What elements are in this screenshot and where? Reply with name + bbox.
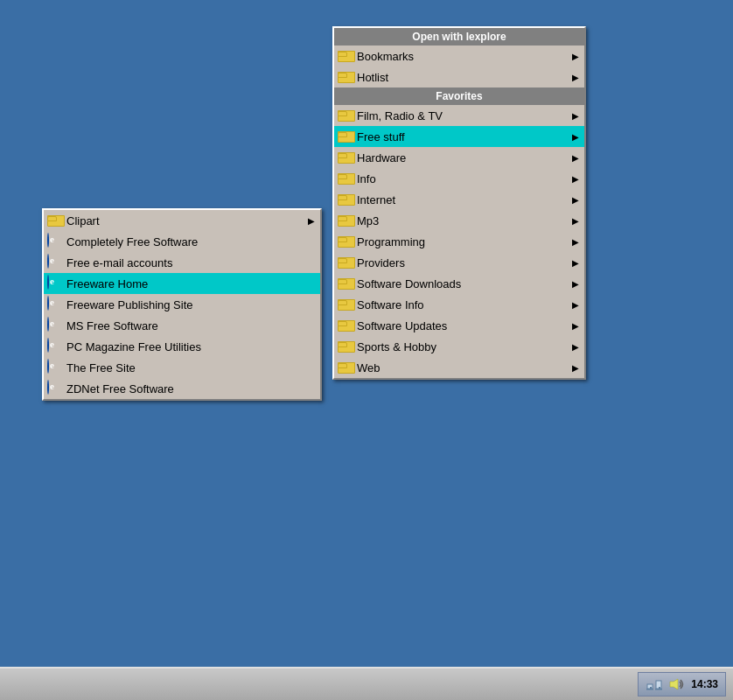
menu-item-label: Clipart	[66, 214, 308, 228]
menu-item-label: Film, Radio & TV	[357, 109, 572, 122]
folder-icon	[338, 172, 353, 185]
menu-item-label: Internet	[357, 193, 572, 206]
folder-icon	[338, 340, 353, 353]
menu-item-label: Mp3	[357, 214, 572, 228]
arrow-icon: ▶	[572, 111, 579, 121]
menu-item-label: Bookmarks	[357, 50, 572, 63]
menu-item-info[interactable]: Info ▶	[334, 168, 584, 189]
ie-icon	[47, 234, 63, 249]
folder-icon	[338, 71, 353, 83]
network-icon	[646, 677, 663, 691]
menu-item-free-email[interactable]: Free e-mail accounts	[44, 252, 320, 273]
menu-item-label: Hotlist	[357, 71, 572, 84]
menu-item-hardware[interactable]: Hardware ▶	[334, 147, 584, 168]
favorites-header: Favorites	[334, 88, 584, 105]
folder-icon	[338, 319, 353, 332]
arrow-icon: ▶	[572, 132, 579, 142]
menu-item-mp3[interactable]: Mp3 ▶	[334, 210, 584, 231]
ie-icon	[47, 255, 63, 270]
menu-item-free-stuff[interactable]: Free stuff ▶	[334, 126, 584, 147]
folder-icon	[338, 50, 353, 62]
svg-marker-6	[670, 679, 678, 690]
menu-item-clipart[interactable]: Clipart ▶	[44, 210, 320, 231]
main-context-menu: Open with Iexplore Bookmarks ▶ Hotlist ▶…	[332, 26, 586, 380]
menu-item-pc-magazine[interactable]: PC Magazine Free Utilities	[44, 336, 320, 357]
menu-item-internet[interactable]: Internet ▶	[334, 189, 584, 210]
menu-item-sports-hobby[interactable]: Sports & Hobby ▶	[334, 336, 584, 357]
sub-context-menu: Clipart ▶ Completely Free Software Free …	[42, 208, 322, 401]
folder-icon	[338, 193, 353, 206]
menu-item-label: Completely Free Software	[66, 235, 315, 248]
arrow-icon: ▶	[572, 237, 579, 247]
menu-item-label: ZDNet Free Software	[66, 382, 315, 396]
menu-item-label: Free stuff	[357, 130, 572, 144]
arrow-icon: ▶	[572, 363, 579, 373]
menu-item-label: The Free Site	[66, 361, 315, 374]
folder-icon	[338, 214, 353, 227]
ie-icon	[47, 297, 63, 312]
folder-icon	[338, 277, 353, 290]
open-with-iexplore-header: Open with Iexplore	[334, 28, 584, 46]
arrow-icon: ▶	[572, 195, 579, 205]
menu-item-label: Info	[357, 172, 572, 186]
menu-item-hotlist[interactable]: Hotlist ▶	[334, 66, 584, 88]
menu-item-label: Programming	[357, 235, 572, 248]
menu-item-label: Providers	[357, 256, 572, 270]
menu-item-label: Software Downloads	[357, 277, 572, 290]
menu-item-label: Freeware Publishing Site	[66, 298, 315, 312]
folder-icon	[47, 214, 63, 227]
ie-icon	[47, 339, 63, 354]
menu-item-film-radio-tv[interactable]: Film, Radio & TV ▶	[334, 105, 584, 126]
system-clock: 14:33	[691, 678, 718, 690]
ie-icon	[47, 318, 63, 333]
ie-icon	[47, 276, 63, 291]
folder-icon	[338, 235, 353, 248]
taskbar: 14:33	[0, 667, 733, 700]
menu-item-label: Freeware Home	[66, 277, 315, 290]
svg-rect-5	[655, 689, 662, 690]
menu-item-freeware-publishing[interactable]: Freeware Publishing Site	[44, 294, 320, 315]
menu-item-the-free-site[interactable]: The Free Site	[44, 357, 320, 378]
folder-icon	[338, 256, 353, 269]
menu-item-label: MS Free Software	[66, 319, 315, 332]
svg-rect-4	[646, 689, 653, 690]
folder-icon	[338, 361, 353, 374]
menu-item-label: Free e-mail accounts	[66, 256, 315, 270]
arrow-icon: ▶	[572, 216, 579, 226]
arrow-icon: ▶	[308, 216, 315, 226]
menu-item-software-downloads[interactable]: Software Downloads ▶	[334, 273, 584, 294]
menu-item-providers[interactable]: Providers ▶	[334, 252, 584, 273]
menu-item-software-updates[interactable]: Software Updates ▶	[334, 315, 584, 336]
arrow-icon: ▶	[572, 73, 579, 82]
folder-icon	[338, 151, 353, 164]
menu-item-ms-free[interactable]: MS Free Software	[44, 315, 320, 336]
volume-icon[interactable]	[668, 677, 686, 691]
menu-item-software-info[interactable]: Software Info ▶	[334, 294, 584, 315]
menu-item-bookmarks[interactable]: Bookmarks ▶	[334, 46, 584, 66]
menu-item-label: PC Magazine Free Utilities	[66, 340, 315, 354]
folder-icon	[338, 298, 353, 311]
menu-item-web[interactable]: Web ▶	[334, 357, 584, 378]
ie-icon	[47, 381, 63, 396]
arrow-icon: ▶	[572, 174, 579, 184]
arrow-icon: ▶	[572, 342, 579, 352]
arrow-icon: ▶	[572, 258, 579, 268]
menu-item-label: Sports & Hobby	[357, 340, 572, 354]
arrow-icon: ▶	[572, 279, 579, 289]
arrow-icon: ▶	[572, 300, 579, 310]
menu-item-label: Software Updates	[357, 319, 572, 332]
menu-item-label: Hardware	[357, 151, 572, 164]
folder-icon	[338, 109, 353, 122]
menu-item-freeware-home[interactable]: Freeware Home	[44, 273, 320, 294]
menu-item-label: Software Info	[357, 298, 572, 312]
arrow-icon: ▶	[572, 153, 579, 163]
arrow-icon: ▶	[572, 321, 579, 331]
ie-icon	[47, 360, 63, 375]
arrow-icon: ▶	[572, 52, 579, 61]
menu-item-zdnet[interactable]: ZDNet Free Software	[44, 378, 320, 399]
menu-item-programming[interactable]: Programming ▶	[334, 231, 584, 252]
system-tray: 14:33	[638, 672, 726, 696]
menu-item-completely-free[interactable]: Completely Free Software	[44, 231, 320, 252]
folder-icon	[338, 130, 353, 143]
menu-item-label: Web	[357, 361, 572, 374]
